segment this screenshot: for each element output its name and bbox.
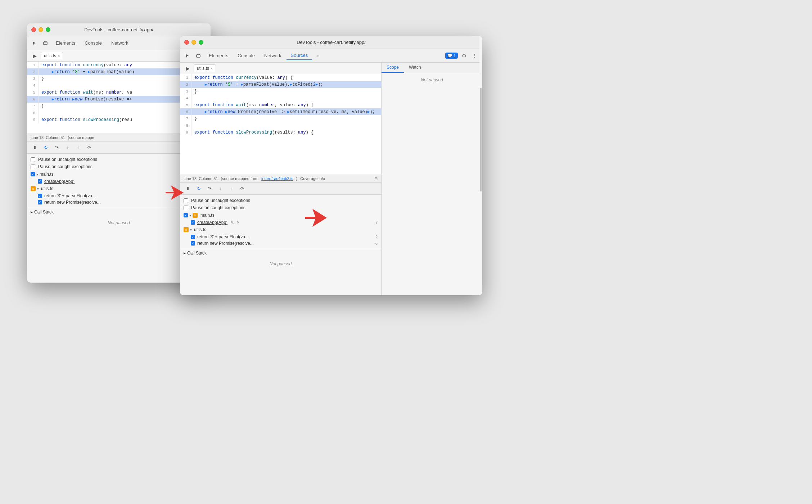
main-ts-bp-checkbox-front[interactable] xyxy=(191,220,195,225)
utils-bp2-label-front: return new Promise(resolve... xyxy=(197,241,254,246)
status-position-back: Line 13, Column 51 xyxy=(31,135,65,140)
file-tab-close-back[interactable]: × xyxy=(58,54,60,58)
main-ts-bp-line-front: 7 xyxy=(375,220,378,225)
file-tab-close-front[interactable]: × xyxy=(211,66,213,71)
layers-btn-front[interactable] xyxy=(194,51,203,60)
step-out-btn-back[interactable]: ↑ xyxy=(74,144,82,152)
utils-bp1-label-front: return '$' + parseFloat(va... xyxy=(197,234,249,239)
main-ts-bp-left-back: createApp(App) xyxy=(38,179,75,184)
window-title-front: DevTools - coffee-cart.netlify.app/ xyxy=(297,40,366,45)
pause-btn-back[interactable]: ⏸ xyxy=(31,144,39,152)
traffic-lights-front xyxy=(184,40,203,45)
step-into-btn-front[interactable]: ↓ xyxy=(216,185,225,193)
edit-bp-btn[interactable]: ✎ xyxy=(230,220,235,225)
main-ts-arrow-back: ▾ xyxy=(36,172,38,176)
code-line-9-front: 9 export function slowProcessing(results… xyxy=(180,129,381,136)
call-stack-arrow-back: ▸ xyxy=(31,210,33,215)
utils-ts-file-icon-front: U xyxy=(184,227,189,232)
utils-bp2-checkbox-back[interactable] xyxy=(38,200,42,204)
settings-btn-front[interactable]: ⚙ xyxy=(459,51,469,60)
utils-bp2-checkbox-front[interactable] xyxy=(191,241,195,246)
scrollbar-track[interactable] xyxy=(479,36,482,295)
main-toolbar-front: Elements Console Network Sources » 💬 1 ⚙… xyxy=(180,49,482,63)
resume-btn-front[interactable]: ↻ xyxy=(194,185,203,193)
utils-bp1-line-front: 2 xyxy=(375,235,378,239)
main-ts-bp-actions: ✎ × xyxy=(230,220,240,225)
close-button-back[interactable] xyxy=(31,27,36,32)
file-tab-front[interactable]: utils.ts × xyxy=(194,64,216,72)
main-ts-bp-front: createApp(App) ✎ × 7 xyxy=(180,219,381,226)
step-into-btn-back[interactable]: ↓ xyxy=(63,144,72,152)
utils-bp2-left-back: return new Promise(resolve... xyxy=(38,200,101,205)
tab-elements-back[interactable]: Elements xyxy=(51,39,80,47)
main-ts-checkbox-back[interactable] xyxy=(31,172,35,176)
minimize-button-front[interactable] xyxy=(191,40,196,45)
minimize-button-back[interactable] xyxy=(39,27,43,32)
status-mapped-front: (source mapped from xyxy=(221,176,258,181)
tab-network-front[interactable]: Network xyxy=(260,51,286,60)
nav-back-btn[interactable]: ▶ xyxy=(30,51,39,60)
utils-bp2-label-back: return new Promise(resolve... xyxy=(44,200,101,205)
svg-rect-1 xyxy=(197,55,200,57)
utils-ts-filename-back: utils.ts xyxy=(41,186,53,191)
deactivate-btn-front[interactable]: ⊘ xyxy=(238,185,246,193)
traffic-lights-back xyxy=(31,27,50,32)
scope-watch-tabs: Scope Watch xyxy=(382,63,482,73)
maximize-button-back[interactable] xyxy=(46,27,50,32)
not-paused-right-front: Not paused xyxy=(382,73,482,87)
resume-btn-back[interactable]: ↻ xyxy=(41,144,50,152)
tab-sources-front[interactable]: Sources xyxy=(287,51,312,60)
file-tab-back[interactable]: utils.ts × xyxy=(41,52,63,59)
main-ts-section-front[interactable]: ▾ M main.ts xyxy=(180,211,381,219)
close-button-front[interactable] xyxy=(184,40,189,45)
watch-tab[interactable]: Watch xyxy=(404,63,426,73)
main-ts-bp-label-front[interactable]: createApp(App) xyxy=(197,220,227,225)
utils-ts-file-icon-back: U xyxy=(31,186,36,191)
scope-tab[interactable]: Scope xyxy=(382,63,404,73)
notification-badge-front[interactable]: 💬 1 xyxy=(445,53,458,59)
main-ts-bp-label-back[interactable]: createApp(App) xyxy=(44,179,75,184)
status-source-link-front[interactable]: index.1ac4eab2.js xyxy=(261,176,293,181)
call-stack-header-front[interactable]: ▸ Call Stack xyxy=(180,249,381,257)
step-over-btn-back[interactable]: ↷ xyxy=(52,144,61,152)
tab-elements-front[interactable]: Elements xyxy=(204,51,233,60)
nav-back-btn-front[interactable]: ▶ xyxy=(183,64,192,73)
more-tabs-btn-front[interactable]: » xyxy=(313,51,322,60)
right-panel-front: Scope Watch Not paused xyxy=(382,63,482,295)
utils-bp1-checkbox-back[interactable] xyxy=(38,194,42,198)
maximize-button-front[interactable] xyxy=(199,40,203,45)
utils-bp1-checkbox-front[interactable] xyxy=(191,235,195,239)
utils-bp1-left-front: return '$' + parseFloat(va... xyxy=(191,234,249,239)
file-tab-name-front: utils.ts xyxy=(197,66,209,71)
red-arrow-front xyxy=(303,205,329,232)
tab-console-back[interactable]: Console xyxy=(80,39,106,47)
pause-caught-label-back: Pause on caught exceptions xyxy=(38,164,93,169)
main-ts-checkbox-front[interactable] xyxy=(184,213,188,217)
remove-bp-btn[interactable]: × xyxy=(236,220,240,225)
main-ts-bp-checkbox-back[interactable] xyxy=(38,179,42,184)
cursor-tool-btn-back[interactable] xyxy=(30,39,39,48)
code-line-6-front: 6 ▶return ▶new Promise(resolve => ▶setTi… xyxy=(180,108,381,115)
pause-caught-row-front: Pause on caught exceptions xyxy=(180,204,381,211)
layers-btn-back[interactable] xyxy=(41,39,50,48)
step-over-btn-front[interactable]: ↷ xyxy=(205,185,214,193)
pause-caught-checkbox-back[interactable] xyxy=(31,165,35,169)
pause-caught-label-front: Pause on caught exceptions xyxy=(191,205,245,210)
pause-caught-checkbox-front[interactable] xyxy=(184,206,188,210)
more-options-btn-front[interactable]: ⋮ xyxy=(470,51,479,60)
pause-uncaught-checkbox-back[interactable] xyxy=(31,157,35,162)
cursor-tool-btn-front[interactable] xyxy=(183,51,192,60)
code-line-7-front: 7 } xyxy=(180,115,381,122)
chat-icon: 💬 xyxy=(447,53,452,58)
utils-ts-section-front[interactable]: U ▾ utils.ts xyxy=(180,226,381,234)
deactivate-btn-back[interactable]: ⊘ xyxy=(85,144,93,152)
tab-network-back[interactable]: Network xyxy=(107,39,133,47)
utils-bp2-left-front: return new Promise(resolve... xyxy=(191,241,254,246)
code-editor-front: 1 export function currency(value: any) {… xyxy=(180,74,381,175)
status-expand-btn[interactable]: ⊞ xyxy=(374,176,378,181)
scrollbar-thumb[interactable] xyxy=(480,88,482,192)
tab-console-front[interactable]: Console xyxy=(233,51,259,60)
call-stack-label-front: Call Stack xyxy=(187,251,207,256)
status-coverage-front: Coverage: n/a xyxy=(300,176,325,181)
step-out-btn-front[interactable]: ↑ xyxy=(227,185,235,193)
